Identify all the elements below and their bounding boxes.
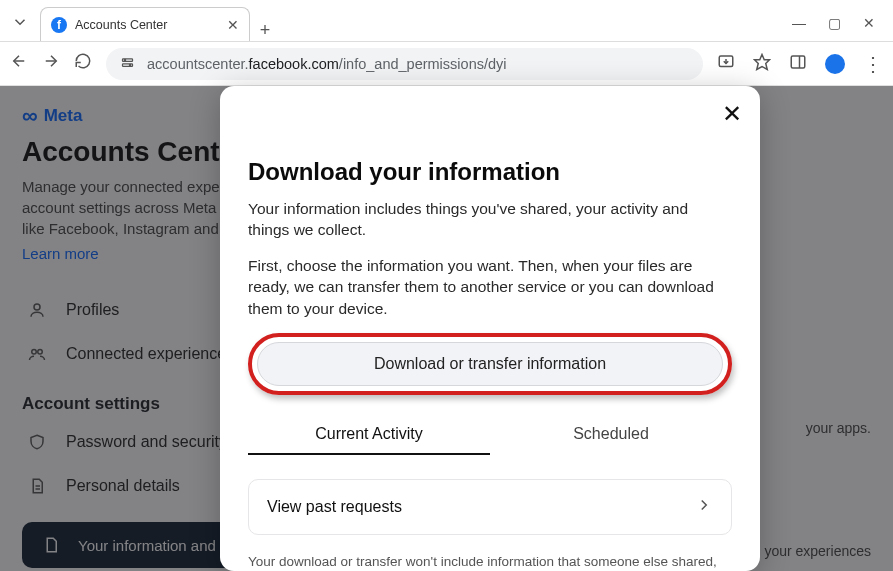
site-settings-icon[interactable] xyxy=(120,55,135,73)
svg-point-5 xyxy=(129,64,130,65)
url-text: accountscenter.facebook.com/info_and_per… xyxy=(147,56,507,72)
download-info-modal: ✕ Download your information Your informa… xyxy=(220,86,760,571)
card-label: View past requests xyxy=(267,498,402,516)
modal-paragraph: First, choose the information you want. … xyxy=(248,255,732,319)
tab-current-activity[interactable]: Current Activity xyxy=(248,415,490,455)
activity-tabs: Current Activity Scheduled xyxy=(248,415,732,455)
forward-button[interactable] xyxy=(42,52,60,75)
cta-highlight-ring: Download or transfer information xyxy=(248,333,732,395)
minimize-button[interactable]: — xyxy=(792,15,806,31)
download-transfer-button[interactable]: Download or transfer information xyxy=(257,342,723,386)
svg-point-4 xyxy=(124,59,125,60)
profile-avatar[interactable] xyxy=(825,54,845,74)
svg-marker-8 xyxy=(755,54,770,69)
close-window-button[interactable]: ✕ xyxy=(863,15,875,31)
menu-icon[interactable]: ⋮ xyxy=(863,52,883,76)
bookmark-icon[interactable] xyxy=(753,53,771,75)
back-button[interactable] xyxy=(10,52,28,75)
close-icon[interactable]: ✕ xyxy=(722,100,742,128)
side-panel-icon[interactable] xyxy=(789,53,807,75)
tab-scheduled[interactable]: Scheduled xyxy=(490,415,732,455)
modal-footnote: Your download or transfer won't include … xyxy=(248,553,732,571)
tab-title: Accounts Center xyxy=(75,18,219,32)
new-tab-button[interactable]: + xyxy=(250,20,280,41)
window-controls: — ▢ ✕ xyxy=(792,15,893,41)
view-past-requests-card[interactable]: View past requests xyxy=(248,479,732,535)
install-app-icon[interactable] xyxy=(717,53,735,75)
browser-toolbar: accountscenter.facebook.com/info_and_per… xyxy=(0,42,893,86)
close-tab-icon[interactable]: ✕ xyxy=(227,17,239,33)
reload-button[interactable] xyxy=(74,52,92,75)
modal-paragraph: Your information includes things you've … xyxy=(248,198,732,241)
chevron-right-icon xyxy=(695,496,713,518)
browser-tab[interactable]: f Accounts Center ✕ xyxy=(40,7,250,41)
svg-rect-9 xyxy=(791,56,805,68)
maximize-button[interactable]: ▢ xyxy=(828,15,841,31)
address-bar[interactable]: accountscenter.facebook.com/info_and_per… xyxy=(106,48,703,80)
tab-list-dropdown[interactable] xyxy=(0,7,40,37)
facebook-favicon: f xyxy=(51,17,67,33)
modal-title: Download your information xyxy=(248,158,732,186)
browser-titlebar: f Accounts Center ✕ + — ▢ ✕ xyxy=(0,0,893,42)
